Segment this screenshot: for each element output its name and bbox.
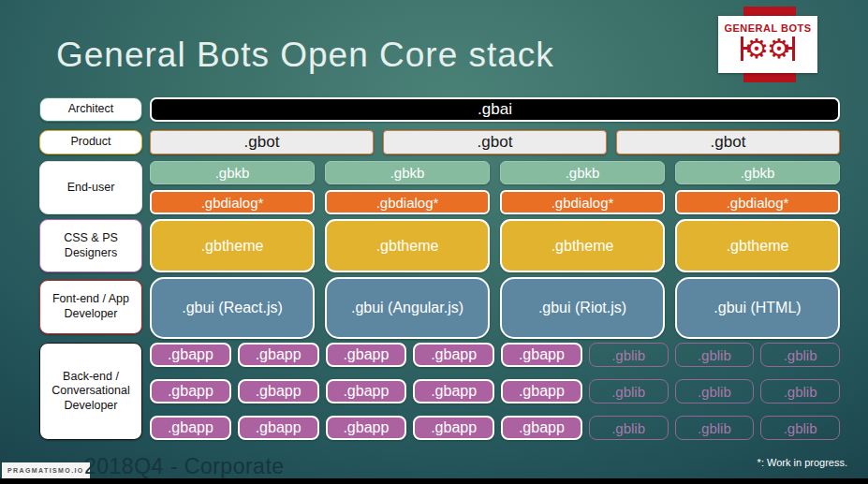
- gbapp-box: .gbapp: [150, 343, 231, 367]
- gbui-react-box: .gbui (React.js): [150, 277, 315, 339]
- label-css-ps-designers: CSS & PS Designers: [39, 219, 142, 272]
- gbtheme-box: .gbtheme: [500, 219, 665, 272]
- gear-post-icon: [741, 37, 743, 61]
- gbapp-box: .gbapp: [413, 379, 494, 403]
- gblib-box: .gblib: [589, 379, 669, 403]
- gbkb-box: .gbkb: [500, 161, 665, 184]
- footer-date-text: 2018Q4 - Corporate: [84, 454, 285, 479]
- gbtheme-box: .gbtheme: [150, 219, 315, 272]
- gear-post-icon: [792, 37, 795, 61]
- gbtheme-row: .gbtheme .gbtheme .gbtheme .gbtheme: [150, 219, 840, 272]
- gbdialog-box: .gbdialog*: [150, 190, 315, 214]
- gbkb-box: .gbkb: [150, 161, 315, 184]
- label-architect: Architect: [39, 97, 142, 122]
- gbdialog-box: .gbdialog*: [675, 190, 840, 214]
- gblib-box: .gblib: [760, 379, 840, 403]
- gbdialog-box: .gbdialog*: [500, 190, 665, 214]
- label-backend-conversational-developer: Back-end / Conversational Developer: [39, 343, 142, 440]
- pragmatismo-watermark: PRAGMATISMO.IO: [2, 462, 90, 478]
- gbapp-box: .gbapp: [413, 343, 494, 367]
- work-in-progress-note: *: Work in progress.: [758, 457, 847, 468]
- gbai-row: .gbai: [150, 97, 840, 122]
- gbapp-box: .gbapp: [150, 416, 231, 440]
- gbdialog-box: .gbdialog*: [325, 190, 490, 214]
- bottom-strip: [0, 478, 868, 484]
- logo-gears-icon: ⚙ ⚙: [741, 32, 795, 66]
- gbtheme-box: .gbtheme: [325, 219, 490, 272]
- gbui-row: .gbui (React.js) .gbui (Angular.js) .gbu…: [150, 277, 840, 339]
- gbapp-box: .gbapp: [326, 416, 407, 440]
- gbai-box: .gbai: [150, 97, 840, 122]
- gblib-box: .gblib: [675, 343, 755, 367]
- gblib-box: .gblib: [589, 416, 669, 440]
- label-frontend-app-developer: Font-end / App Developer: [39, 280, 142, 334]
- gbui-html-box: .gbui (HTML): [675, 277, 840, 339]
- gbkb-box: .gbkb: [675, 161, 840, 184]
- gbapp-box: .gbapp: [501, 343, 582, 367]
- slide-title: General Bots Open Core stack: [56, 36, 554, 75]
- gbot-row: .gbot .gbot .gbot: [150, 130, 840, 154]
- label-end-user: End-user: [39, 161, 142, 214]
- gbot-box: .gbot: [383, 130, 607, 154]
- label-product: Product: [39, 130, 142, 154]
- gbtheme-box: .gbtheme: [675, 219, 840, 272]
- gbot-box: .gbot: [616, 130, 840, 154]
- gblib-box: .gblib: [675, 416, 755, 440]
- gbapp-box: .gbapp: [150, 379, 231, 403]
- gblib-box: .gblib: [760, 343, 840, 367]
- general-bots-logo: GENERAL BOTS ⚙ ⚙: [718, 16, 817, 73]
- gblib-box: .gblib: [760, 416, 840, 440]
- gbkb-box: .gbkb: [325, 161, 490, 184]
- gbapp-box: .gbapp: [238, 416, 319, 440]
- slide: General Bots Open Core stack GENERAL BOT…: [0, 0, 868, 484]
- gbapp-box: .gbapp: [238, 343, 319, 367]
- gbapp-row-3: .gbapp .gbapp .gbapp .gbapp .gbapp .gbli…: [150, 416, 840, 440]
- gbapp-box: .gbapp: [326, 379, 407, 403]
- gbapp-box: .gbapp: [326, 343, 407, 367]
- gbui-riot-box: .gbui (Riot.js): [500, 277, 665, 339]
- gbot-box: .gbot: [150, 130, 374, 154]
- gbdialog-row: .gbdialog* .gbdialog* .gbdialog* .gbdial…: [150, 190, 840, 214]
- gbui-angular-box: .gbui (Angular.js): [325, 277, 490, 339]
- gbkb-row: .gbkb .gbkb .gbkb .gbkb: [150, 161, 840, 184]
- gbapp-box: .gbapp: [413, 416, 494, 440]
- gbapp-row-1: .gbapp .gbapp .gbapp .gbapp .gbapp .gbli…: [150, 343, 840, 367]
- gbapp-box: .gbapp: [501, 416, 582, 440]
- gbapp-row-2: .gbapp .gbapp .gbapp .gbapp .gbapp .gbli…: [150, 379, 840, 403]
- gblib-box: .gblib: [589, 343, 669, 367]
- gblib-box: .gblib: [675, 379, 755, 403]
- gbapp-box: .gbapp: [501, 379, 582, 403]
- gbapp-box: .gbapp: [238, 379, 319, 403]
